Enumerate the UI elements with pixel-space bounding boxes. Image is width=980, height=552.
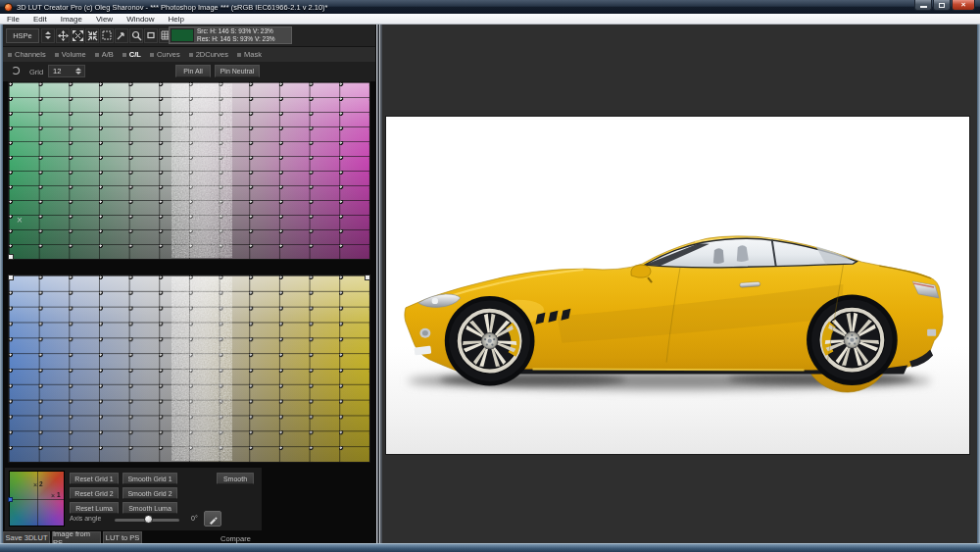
axis-marker-2: 2	[39, 480, 43, 487]
menu-view[interactable]: View	[89, 15, 120, 24]
grid-size-input[interactable]: 12	[48, 65, 85, 77]
maximize-icon	[939, 3, 945, 8]
menu-help[interactable]: Help	[162, 15, 191, 24]
axis-blue-node[interactable]	[8, 497, 13, 502]
preview-image[interactable]	[385, 116, 970, 455]
left-panel: HSPe	[3, 25, 375, 543]
minimize-icon	[920, 6, 927, 8]
pin-all-button[interactable]: Pin All	[175, 65, 211, 77]
hue-axis-square[interactable]: × 2 × 1	[9, 471, 65, 527]
minimize-button[interactable]	[914, 0, 932, 11]
menu-edit[interactable]: Edit	[26, 15, 54, 24]
maximize-button[interactable]	[933, 0, 951, 11]
grid1-node-marker: ×	[17, 215, 23, 226]
res-info: Res: H: 146 S: 93% V: 23%	[197, 35, 275, 43]
eyedropper-icon	[208, 514, 219, 525]
axis-angle-label: Axis angle	[70, 515, 101, 522]
marquee-icon[interactable]	[100, 28, 114, 43]
tab-volume[interactable]: Volume	[55, 50, 86, 59]
tab-bullet-icon	[122, 53, 126, 57]
grid2-neutral-noise-band	[172, 276, 233, 461]
axis-angle-slider-thumb[interactable]	[144, 515, 153, 524]
panel-splitter[interactable]	[375, 25, 382, 543]
reset-grid-1-button[interactable]: Reset Grid 1	[70, 473, 119, 484]
tab-mask[interactable]: Mask	[237, 50, 262, 59]
tab-bullet-icon	[189, 53, 193, 57]
color-info-text: Src: H: 146 S: 93% V: 23% Res: H: 146 S:…	[197, 27, 275, 43]
app-icon	[4, 3, 13, 12]
axis-marker-2-icon: ×	[33, 481, 37, 488]
grid-options-bar: Grid 12 Pin All Pin Neutral	[3, 62, 375, 81]
stepper-down-icon	[75, 72, 81, 75]
tab-cl[interactable]: C/L	[122, 50, 141, 59]
stepper-up-icon	[75, 68, 81, 71]
preview-panel	[382, 25, 977, 543]
contract-icon[interactable]	[85, 28, 99, 43]
grid2-corner-node[interactable]	[8, 275, 14, 280]
tab-bullet-icon	[8, 53, 12, 57]
close-icon: ×	[961, 1, 966, 9]
eyedropper-button[interactable]	[204, 511, 221, 527]
menu-window[interactable]: Window	[120, 15, 161, 24]
grid-size-stepper[interactable]	[75, 68, 81, 75]
reset-grid-2-button[interactable]: Reset Grid 2	[70, 487, 119, 499]
tab-2dcurves[interactable]: 2DCurves	[189, 50, 228, 59]
tab-channels[interactable]: Channels	[8, 50, 46, 59]
grid-size-label: Grid	[29, 68, 43, 76]
zoom-icon[interactable]	[129, 28, 143, 43]
src-info: Src: H: 146 S: 93% V: 23%	[197, 27, 275, 35]
menu-image[interactable]: Image	[54, 15, 89, 24]
window-border-left	[0, 25, 3, 543]
stepper-icon[interactable]	[41, 28, 55, 43]
expand-icon[interactable]	[71, 28, 84, 43]
color-swatch	[171, 28, 194, 42]
tab-bullet-icon	[55, 53, 59, 57]
car-illustration	[386, 117, 969, 454]
reset-luma-button[interactable]: Reset Luma	[70, 502, 119, 514]
axis-marker-1-icon: ×	[51, 492, 55, 499]
tab-bullet-icon	[95, 53, 99, 57]
smooth-luma-button[interactable]: Smooth Luma	[122, 502, 177, 514]
color-mode-select[interactable]: HSPe	[6, 28, 39, 43]
lut-grid-1[interactable]: ×	[8, 81, 370, 260]
close-button[interactable]: ×	[952, 0, 975, 11]
menu-bar: File Edit Image View Window Help	[0, 14, 980, 25]
axis-angle-value: 0°	[191, 515, 198, 522]
app-window: 3D LUT Creator Pro (c) Oleg Sharonov - *…	[0, 0, 980, 552]
menu-file[interactable]: File	[0, 15, 26, 24]
title-bar[interactable]: 3D LUT Creator Pro (c) Oleg Sharonov - *…	[0, 0, 980, 14]
pin-neutral-button[interactable]: Pin Neutral	[215, 65, 260, 77]
grid2-corner-node[interactable]	[365, 275, 370, 280]
window-title: 3D LUT Creator Pro (c) Oleg Sharonov - *…	[17, 3, 328, 12]
smooth-grid-2-button[interactable]: Smooth Grid 2	[122, 487, 177, 499]
move-icon[interactable]	[56, 28, 70, 43]
tab-bar: Channels Volume A/B C/L Curves 2DCurves …	[3, 46, 375, 62]
color-info-box: Src: H: 146 S: 93% V: 23% Res: H: 146 S:…	[169, 26, 292, 44]
controls-panel: × 2 × 1 Reset Grid 1 Smooth Grid 1 Smoot…	[5, 468, 262, 530]
grid1-corner-node[interactable]	[8, 254, 14, 260]
axis-marker-1: 1	[57, 491, 61, 498]
smooth-button[interactable]: Smooth	[217, 473, 254, 484]
tab-bullet-icon	[237, 53, 241, 57]
smooth-grid-1-button[interactable]: Smooth Grid 1	[122, 473, 177, 484]
compare-label[interactable]: Compare	[220, 534, 251, 543]
picker-icon[interactable]	[115, 28, 128, 43]
refresh-icon[interactable]	[12, 67, 20, 75]
lut-grid-2[interactable]	[8, 275, 370, 463]
toolbar: HSPe	[3, 25, 375, 46]
crop-icon[interactable]	[144, 28, 158, 43]
grid1-neutral-noise-band	[172, 83, 233, 258]
tab-curves[interactable]: Curves	[150, 50, 180, 59]
tab-ab[interactable]: A/B	[95, 50, 114, 59]
window-border-bottom	[0, 543, 980, 552]
tab-bullet-icon	[150, 53, 154, 57]
